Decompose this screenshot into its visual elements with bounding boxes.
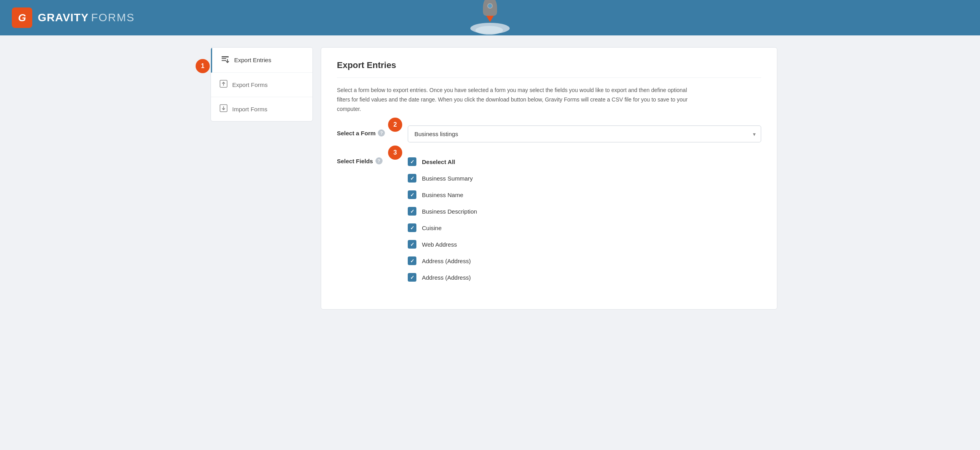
header: G GRAVITY FORMS [0, 0, 980, 35]
checkmark-address-2: ✓ [410, 275, 414, 280]
checkbox-label-deselect-all: Deselect All [422, 159, 455, 165]
rocket-body [483, 0, 497, 16]
checkmark-address-1: ✓ [410, 258, 414, 264]
svg-rect-1 [222, 58, 226, 59]
checkbox-cuisine[interactable]: ✓ [408, 223, 416, 232]
page-content: 1 Export Entries Export Forms [195, 35, 785, 321]
svg-rect-0 [222, 56, 229, 57]
checkbox-label-business-summary: Business Summary [422, 175, 473, 182]
checkbox-item-cuisine[interactable]: ✓ Cuisine [408, 219, 761, 236]
checkbox-item-web-address[interactable]: ✓ Web Address [408, 236, 761, 253]
logo-gravity-text: GRAVITY [38, 11, 89, 24]
logo-forms-text: FORMS [91, 11, 135, 24]
checkbox-item-business-description[interactable]: ✓ Business Description [408, 203, 761, 219]
checkbox-address-1[interactable]: ✓ [408, 256, 416, 265]
checkbox-item-address-1[interactable]: ✓ Address (Address) [408, 253, 761, 269]
checkbox-business-summary[interactable]: ✓ [408, 174, 416, 183]
select-form-control: 2 Business listings ▾ [408, 125, 761, 142]
step-2-badge: 2 [388, 118, 402, 132]
rocket-decoration [468, 0, 512, 35]
select-fields-control: 3 ✓ Deselect All ✓ Business Summary [408, 153, 761, 286]
checkbox-address-2[interactable]: ✓ [408, 273, 416, 282]
export-entries-icon [221, 55, 229, 65]
checkmark-business-name: ✓ [410, 192, 414, 198]
rocket-window [487, 3, 493, 9]
checkmark-deselect-all: ✓ [410, 159, 414, 165]
checkbox-business-description[interactable]: ✓ [408, 207, 416, 216]
sidebar-label-import-forms: Import Forms [232, 106, 267, 112]
main-panel: Export Entries Select a form below to ex… [321, 47, 777, 310]
checkbox-item-deselect-all[interactable]: ✓ Deselect All [408, 153, 761, 170]
form-select[interactable]: Business listings [408, 125, 761, 142]
checkbox-web-address[interactable]: ✓ [408, 240, 416, 249]
sidebar-item-export-forms[interactable]: Export Forms [211, 73, 312, 97]
checkmark-business-summary: ✓ [410, 175, 414, 181]
checkbox-label-business-name: Business Name [422, 192, 463, 198]
sidebar-item-export-entries[interactable]: Export Entries [211, 48, 312, 73]
form-select-wrapper: Business listings ▾ [408, 125, 761, 142]
checkmark-cuisine: ✓ [410, 225, 414, 231]
import-forms-icon [220, 104, 227, 114]
panel-title: Export Entries [337, 60, 761, 78]
sidebar: Export Entries Export Forms Import Forms [211, 47, 313, 122]
checkbox-label-web-address: Web Address [422, 241, 457, 248]
select-form-help-icon[interactable]: ? [378, 129, 385, 136]
select-fields-help-icon[interactable]: ? [375, 157, 383, 164]
logo-text: GRAVITY FORMS [38, 11, 135, 24]
select-fields-row: Select Fields ? 3 ✓ Deselect All [337, 153, 761, 286]
sidebar-item-import-forms[interactable]: Import Forms [211, 97, 312, 121]
checkbox-label-cuisine: Cuisine [422, 225, 442, 231]
sidebar-label-export-forms: Export Forms [232, 81, 268, 88]
checkbox-item-business-name[interactable]: ✓ Business Name [408, 186, 761, 203]
checkbox-item-address-2[interactable]: ✓ Address (Address) [408, 269, 761, 286]
export-forms-icon [220, 80, 227, 90]
checkbox-label-address-2: Address (Address) [422, 274, 471, 281]
step-3-badge: 3 [388, 146, 402, 160]
checkbox-item-business-summary[interactable]: ✓ Business Summary [408, 170, 761, 186]
logo-icon: G [12, 7, 32, 28]
logo-area: G GRAVITY FORMS [12, 7, 135, 28]
checkmark-web-address: ✓ [410, 242, 414, 247]
select-form-row: Select a Form ? 2 Business listings ▾ [337, 125, 761, 142]
checkbox-business-name[interactable]: ✓ [408, 190, 416, 199]
step-1-badge: 1 [196, 59, 210, 73]
sidebar-label-export-entries: Export Entries [234, 57, 271, 63]
rocket-image [468, 0, 512, 22]
svg-rect-2 [222, 60, 226, 61]
checkbox-list: ✓ Deselect All ✓ Business Summary ✓ [408, 153, 761, 286]
checkbox-label-address-1: Address (Address) [422, 258, 471, 264]
checkmark-business-description: ✓ [410, 208, 414, 214]
panel-description: Select a form below to export entries. O… [337, 86, 691, 114]
checkbox-label-business-description: Business Description [422, 208, 477, 215]
checkbox-deselect-all[interactable]: ✓ [408, 157, 416, 166]
